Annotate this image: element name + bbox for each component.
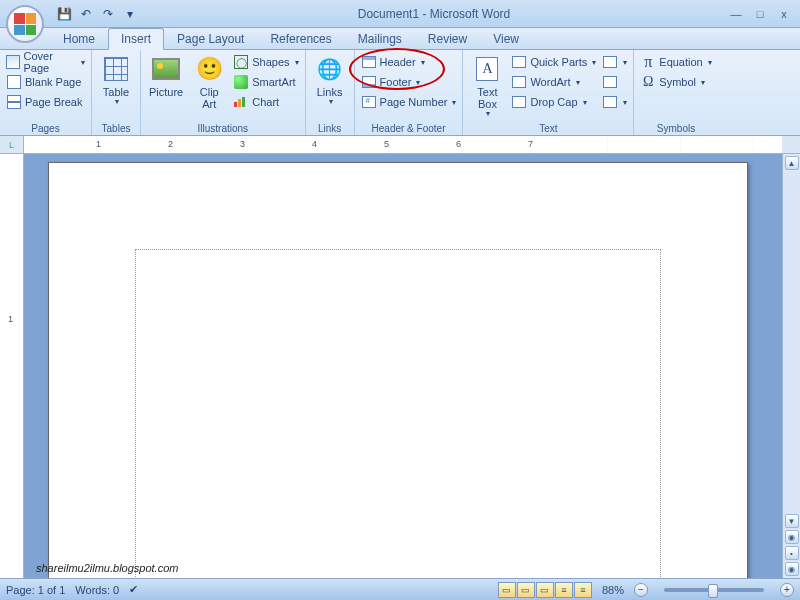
document-view[interactable] — [24, 154, 782, 578]
blank-page-icon — [7, 75, 21, 89]
date-time-button[interactable] — [600, 72, 629, 92]
picture-button[interactable]: Picture — [145, 52, 187, 100]
window-title: Document1 - Microsoft Word — [140, 7, 728, 21]
object-icon — [603, 96, 617, 108]
ruler-bar: L 1 2 3 4 5 6 7 — [0, 136, 800, 154]
page-number-icon — [362, 96, 376, 108]
tab-selector[interactable]: L — [0, 136, 24, 153]
vertical-ruler[interactable]: 1 — [0, 154, 24, 578]
footer-icon — [362, 76, 376, 88]
group-header-footer-label: Header & Footer — [359, 122, 459, 135]
page-break-icon — [7, 95, 21, 109]
zoom-slider[interactable] — [664, 588, 764, 592]
links-icon: 🌐 — [315, 54, 345, 84]
table-button[interactable]: Table — [96, 52, 136, 109]
quick-parts-icon — [512, 56, 526, 68]
date-time-icon — [603, 76, 617, 88]
wordart-button[interactable]: WordArt — [509, 72, 598, 92]
object-button[interactable] — [600, 92, 629, 112]
prev-page-button[interactable]: ◉ — [785, 530, 799, 544]
minimize-button[interactable]: — — [728, 6, 744, 22]
symbol-icon: Ω — [640, 74, 656, 90]
close-button[interactable]: x — [776, 6, 792, 22]
tab-page-layout[interactable]: Page Layout — [164, 28, 257, 49]
status-bar: Page: 1 of 1 Words: 0 ✔ ▭ ▭ ▭ ≡ ≡ 88% − … — [0, 578, 800, 600]
blank-page-button[interactable]: Blank Page — [4, 72, 87, 92]
picture-icon — [152, 58, 180, 80]
header-icon — [362, 56, 376, 68]
clip-art-button[interactable]: 🙂 Clip Art — [189, 52, 229, 112]
office-button[interactable] — [6, 5, 44, 43]
shapes-button[interactable]: ◯Shapes — [231, 52, 300, 72]
page[interactable] — [48, 162, 748, 578]
status-words[interactable]: Words: 0 — [75, 584, 119, 596]
qat-customize[interactable]: ▾ — [120, 4, 140, 24]
title-bar: 💾 ↶ ↷ ▾ Document1 - Microsoft Word — □ x — [0, 0, 800, 28]
view-buttons: ▭ ▭ ▭ ≡ ≡ — [498, 582, 592, 598]
tab-references[interactable]: References — [257, 28, 344, 49]
group-tables-label: Tables — [96, 122, 136, 135]
chart-button[interactable]: Chart — [231, 92, 300, 112]
workspace: 1 ▲ ▼ ◉ • ◉ — [0, 154, 800, 578]
browse-object-button[interactable]: • — [785, 546, 799, 560]
text-box-icon: A — [476, 57, 498, 81]
maximize-button[interactable]: □ — [752, 6, 768, 22]
page-margin-guide — [135, 249, 661, 578]
clip-art-icon: 🙂 — [194, 54, 224, 84]
tab-view[interactable]: View — [480, 28, 532, 49]
zoom-out-button[interactable]: − — [634, 583, 648, 597]
qat-redo[interactable]: ↷ — [98, 4, 118, 24]
signature-line-button[interactable] — [600, 52, 629, 72]
quick-parts-button[interactable]: Quick Parts — [509, 52, 598, 72]
view-print-layout[interactable]: ▭ — [498, 582, 516, 598]
equation-button[interactable]: πEquation — [638, 52, 713, 72]
tab-review[interactable]: Review — [415, 28, 480, 49]
group-links: 🌐 Links Links — [306, 50, 355, 135]
view-draft[interactable]: ≡ — [574, 582, 592, 598]
smartart-button[interactable]: SmartArt — [231, 72, 300, 92]
watermark-text: shareilmu2ilmu.blogspot.com — [36, 562, 178, 574]
cover-page-button[interactable]: Cover Page — [4, 52, 87, 72]
tab-home[interactable]: Home — [50, 28, 108, 49]
group-text-label: Text — [467, 122, 629, 135]
view-outline[interactable]: ≡ — [555, 582, 573, 598]
text-box-button[interactable]: A Text Box — [467, 52, 507, 121]
qat-save[interactable]: 💾 — [54, 4, 74, 24]
drop-cap-button[interactable]: Drop Cap — [509, 92, 598, 112]
group-illustrations-label: Illustrations — [145, 122, 301, 135]
tab-insert[interactable]: Insert — [108, 28, 164, 50]
quick-access-toolbar: 💾 ↶ ↷ ▾ — [54, 0, 140, 27]
page-number-button[interactable]: Page Number — [359, 92, 459, 112]
view-web-layout[interactable]: ▭ — [536, 582, 554, 598]
group-text: A Text Box Quick Parts WordArt Drop Cap … — [463, 50, 634, 135]
group-links-label: Links — [310, 122, 350, 135]
equation-icon: π — [640, 54, 656, 70]
group-symbols: πEquation ΩSymbol Symbols — [634, 50, 717, 135]
tab-mailings[interactable]: Mailings — [345, 28, 415, 49]
scroll-down-button[interactable]: ▼ — [785, 514, 799, 528]
drop-cap-icon — [512, 96, 526, 108]
group-illustrations: Picture 🙂 Clip Art ◯Shapes SmartArt Char… — [141, 50, 306, 135]
ribbon: Cover Page Blank Page Page Break Pages T… — [0, 50, 800, 136]
next-page-button[interactable]: ◉ — [785, 562, 799, 576]
office-logo-icon — [14, 13, 36, 35]
group-symbols-label: Symbols — [638, 122, 713, 135]
vertical-scrollbar[interactable]: ▲ ▼ ◉ • ◉ — [782, 154, 800, 578]
group-pages: Cover Page Blank Page Page Break Pages — [0, 50, 92, 135]
wordart-icon — [512, 76, 526, 88]
header-button[interactable]: Header — [359, 52, 459, 72]
links-button[interactable]: 🌐 Links — [310, 52, 350, 109]
zoom-in-button[interactable]: + — [780, 583, 794, 597]
table-icon — [104, 57, 128, 81]
status-proofing-icon[interactable]: ✔ — [129, 583, 138, 596]
horizontal-ruler[interactable]: 1 2 3 4 5 6 7 — [24, 136, 782, 153]
symbol-button[interactable]: ΩSymbol — [638, 72, 713, 92]
scroll-up-button[interactable]: ▲ — [785, 156, 799, 170]
status-page[interactable]: Page: 1 of 1 — [6, 584, 65, 596]
footer-button[interactable]: Footer — [359, 72, 459, 92]
page-break-button[interactable]: Page Break — [4, 92, 87, 112]
group-tables: Table Tables — [92, 50, 141, 135]
qat-undo[interactable]: ↶ — [76, 4, 96, 24]
view-full-reading[interactable]: ▭ — [517, 582, 535, 598]
status-zoom[interactable]: 88% — [602, 584, 624, 596]
